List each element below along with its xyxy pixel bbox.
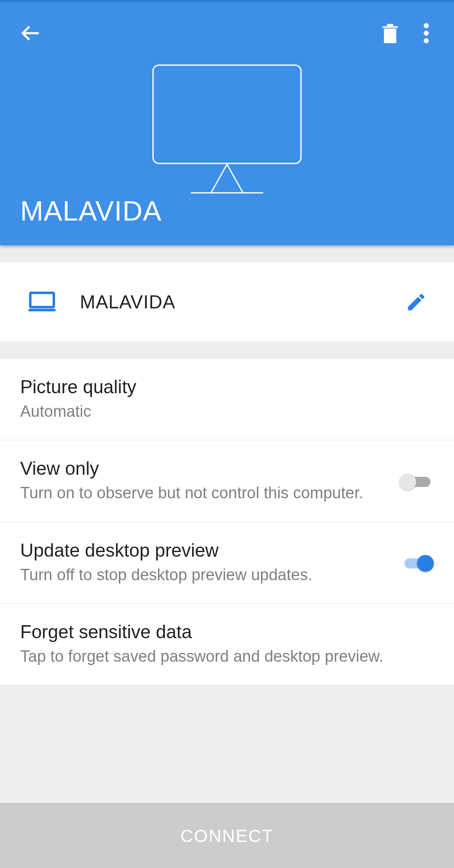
view-only-toggle[interactable]: [399, 473, 434, 489]
setting-title: Update desktop preview: [20, 540, 387, 561]
header-title: MALAVIDA: [20, 195, 162, 227]
monitor-icon: [152, 64, 302, 196]
svg-rect-4: [153, 65, 301, 163]
back-button[interactable]: [18, 21, 43, 46]
delete-button[interactable]: [377, 21, 403, 46]
setting-title: Picture quality: [20, 376, 434, 397]
device-row: MALAVIDA: [0, 262, 454, 342]
edit-device-name-button[interactable]: [404, 289, 429, 315]
laptop-icon: [29, 291, 55, 313]
setting-forget-data[interactable]: Forget sensitive data Tap to forget save…: [0, 604, 454, 685]
setting-update-preview[interactable]: Update desktop preview Turn off to stop …: [0, 522, 454, 604]
update-preview-toggle[interactable]: [399, 555, 434, 570]
settings-list: Picture quality Automatic View only Turn…: [0, 359, 454, 685]
divider-gap: [0, 245, 454, 262]
setting-subtitle: Automatic: [20, 401, 434, 422]
connect-label: CONNECT: [180, 826, 274, 846]
header-actions: [0, 2, 454, 47]
setting-subtitle: Turn off to stop desktop preview updates…: [20, 564, 387, 586]
svg-point-1: [424, 23, 429, 28]
device-name-label: MALAVIDA: [80, 292, 404, 313]
svg-point-2: [424, 31, 429, 36]
setting-subtitle: Tap to forget saved password and desktop…: [20, 646, 434, 667]
header: MALAVIDA: [0, 0, 454, 245]
more-vert-icon: [424, 23, 429, 43]
svg-point-3: [424, 38, 429, 43]
connect-button[interactable]: CONNECT: [0, 803, 454, 868]
svg-rect-6: [30, 293, 54, 307]
setting-title: Forget sensitive data: [20, 621, 434, 642]
pencil-icon: [405, 291, 427, 313]
setting-picture-quality[interactable]: Picture quality Automatic: [0, 359, 454, 440]
setting-subtitle: Turn on to observe but not control this …: [20, 482, 387, 504]
more-options-button[interactable]: [416, 21, 436, 46]
back-arrow-icon: [19, 22, 42, 45]
setting-view-only[interactable]: View only Turn on to observe but not con…: [0, 440, 454, 522]
setting-title: View only: [20, 458, 387, 479]
trash-icon: [381, 22, 399, 44]
